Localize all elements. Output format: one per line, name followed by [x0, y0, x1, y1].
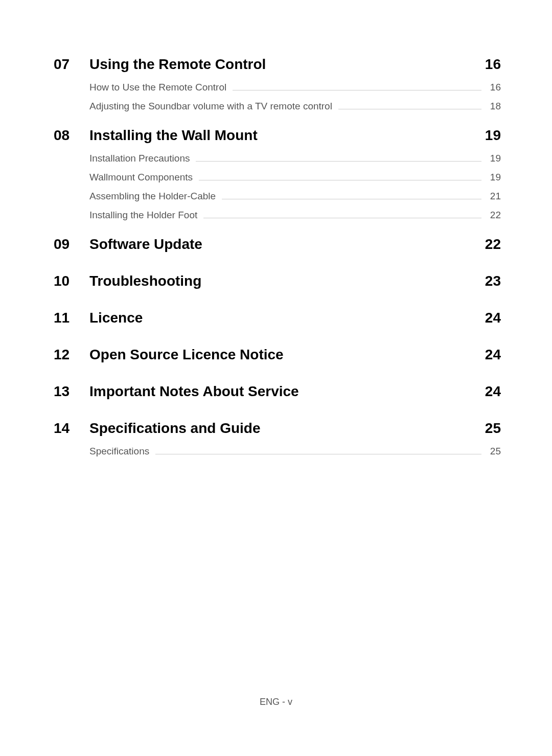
leader-line [222, 199, 481, 199]
subsection-title[interactable]: Wallmount Components [89, 172, 193, 183]
section-number: 12 [54, 347, 89, 363]
toc-section-row: 12 Open Source Licence Notice 24 [54, 347, 501, 363]
subsection-page: 25 [486, 446, 501, 457]
section-title[interactable]: Licence [89, 310, 475, 326]
subsection-page: 21 [486, 191, 501, 202]
subsection-page: 18 [486, 101, 501, 112]
section-title[interactable]: Installing the Wall Mount [89, 127, 475, 144]
section-title[interactable]: Specifications and Guide [89, 420, 475, 437]
subsection-title[interactable]: Installation Precautions [89, 153, 190, 164]
toc-subsection-row: Adjusting the Soundbar volume with a TV … [89, 101, 501, 112]
section-number: 07 [54, 56, 89, 73]
section-page: 24 [475, 310, 501, 326]
section-page: 22 [475, 236, 501, 253]
section-number: 10 [54, 273, 89, 289]
toc-subsection-row: Specifications 25 [89, 446, 501, 457]
toc-subsection-row: How to Use the Remote Control 16 [89, 82, 501, 93]
leader-line [203, 218, 481, 218]
leader-line [233, 90, 481, 90]
section-page: 24 [475, 347, 501, 363]
subsection-title[interactable]: Installing the Holder Foot [89, 210, 197, 221]
section-page: 16 [475, 56, 501, 73]
leader-line [155, 454, 481, 454]
toc-section-row: 14 Specifications and Guide 25 [54, 420, 501, 437]
table-of-contents: 07 Using the Remote Control 16 How to Us… [0, 0, 552, 457]
section-page: 19 [475, 127, 501, 144]
toc-subsection-row: Installing the Holder Foot 22 [89, 210, 501, 221]
subsection-page: 19 [486, 153, 501, 164]
leader-line [199, 180, 481, 180]
section-number: 14 [54, 420, 89, 437]
subsection-page: 22 [486, 210, 501, 221]
subsection-title[interactable]: How to Use the Remote Control [89, 82, 226, 93]
leader-line [338, 109, 481, 109]
section-title[interactable]: Using the Remote Control [89, 56, 475, 73]
toc-subsection-row: Installation Precautions 19 [89, 153, 501, 164]
toc-section-row: 07 Using the Remote Control 16 [54, 56, 501, 73]
subsection-page: 19 [486, 172, 501, 183]
section-title[interactable]: Important Notes About Service [89, 383, 475, 400]
section-title[interactable]: Open Source Licence Notice [89, 347, 475, 363]
toc-section-row: 09 Software Update 22 [54, 236, 501, 253]
toc-section-row: 08 Installing the Wall Mount 19 [54, 127, 501, 144]
toc-section-row: 13 Important Notes About Service 24 [54, 383, 501, 400]
section-number: 08 [54, 127, 89, 144]
section-page: 24 [475, 383, 501, 400]
page-footer: ENG - v [0, 697, 552, 707]
subsection-group: How to Use the Remote Control 16 Adjusti… [89, 82, 501, 112]
section-number: 09 [54, 236, 89, 253]
subsection-group: Specifications 25 [89, 446, 501, 457]
subsection-title[interactable]: Adjusting the Soundbar volume with a TV … [89, 101, 332, 112]
section-number: 11 [54, 310, 89, 326]
subsection-title[interactable]: Specifications [89, 446, 149, 457]
section-number: 13 [54, 383, 89, 400]
section-page: 23 [475, 273, 501, 289]
subsection-title[interactable]: Assembling the Holder-Cable [89, 191, 216, 202]
section-page: 25 [475, 420, 501, 437]
section-title[interactable]: Software Update [89, 236, 475, 253]
leader-line [196, 161, 481, 162]
toc-subsection-row: Assembling the Holder-Cable 21 [89, 191, 501, 202]
subsection-page: 16 [486, 82, 501, 93]
toc-section-row: 10 Troubleshooting 23 [54, 273, 501, 289]
toc-section-row: 11 Licence 24 [54, 310, 501, 326]
subsection-group: Installation Precautions 19 Wallmount Co… [89, 153, 501, 221]
toc-subsection-row: Wallmount Components 19 [89, 172, 501, 183]
section-title[interactable]: Troubleshooting [89, 273, 475, 289]
